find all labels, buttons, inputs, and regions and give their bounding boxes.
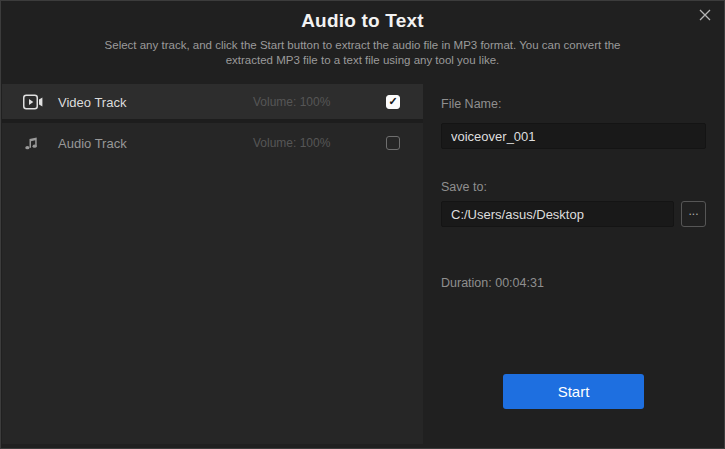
duration-text: Duration: 00:04:31 — [441, 276, 544, 290]
browse-button[interactable]: ... — [681, 201, 706, 227]
description-line-1: Select any track, and click the Start bu… — [1, 38, 724, 53]
track-volume: Volume: 100% — [253, 136, 330, 150]
track-name: Audio Track — [58, 135, 127, 150]
track-row-video[interactable]: Video Track Volume: 100% ✓ — [2, 84, 423, 123]
save-to-input[interactable] — [441, 201, 674, 227]
save-to-label: Save to: — [441, 180, 487, 194]
track-list-panel: Video Track Volume: 100% ✓ Audio Track V… — [2, 84, 423, 444]
page-title: Audio to Text — [1, 10, 724, 32]
start-button[interactable]: Start — [503, 374, 644, 409]
file-name-input[interactable] — [441, 123, 706, 149]
video-camera-icon — [23, 94, 43, 110]
export-settings-panel: File Name: Save to: ... Duration: 00:04:… — [423, 84, 723, 447]
file-name-label: File Name: — [441, 97, 501, 111]
track-checkbox[interactable]: ✓ — [386, 95, 400, 109]
checkmark-icon: ✓ — [388, 96, 397, 107]
audio-to-text-dialog: Audio to Text Select any track, and clic… — [0, 0, 725, 449]
track-checkbox[interactable] — [386, 136, 400, 150]
music-note-icon — [23, 135, 43, 151]
close-icon — [698, 8, 712, 26]
dialog-header: Audio to Text Select any track, and clic… — [1, 1, 724, 83]
track-row-audio[interactable]: Audio Track Volume: 100% — [2, 123, 423, 162]
description-line-2: extracted MP3 file to a text file using … — [1, 53, 724, 68]
dialog-description: Select any track, and click the Start bu… — [1, 38, 724, 68]
track-volume: Volume: 100% — [253, 95, 330, 109]
track-name: Video Track — [58, 94, 126, 109]
close-button[interactable] — [694, 6, 716, 28]
